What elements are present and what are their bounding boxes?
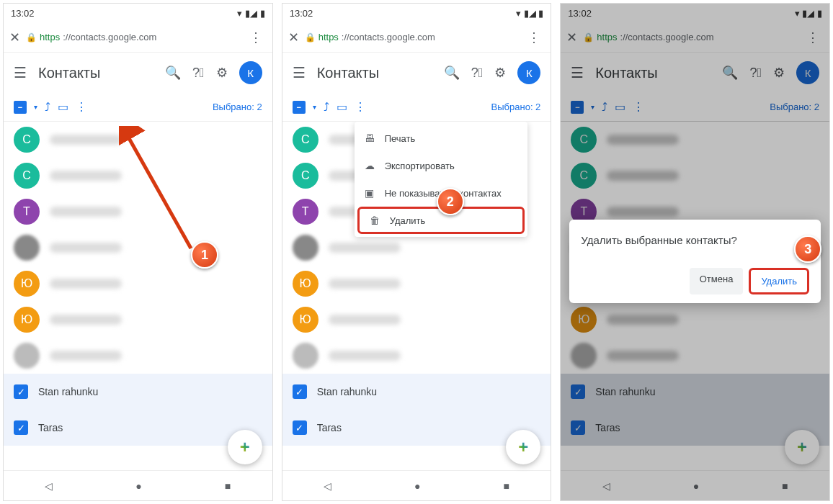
select-all-checkbox[interactable]: − xyxy=(293,101,306,114)
lock-icon: 🔒 xyxy=(305,32,316,42)
contact-avatar: T xyxy=(293,199,318,225)
contact-avatar xyxy=(14,343,40,369)
contacts-list[interactable]: C C T Ю Ю ✓Stan rahunku ✓Taras xyxy=(4,122,272,470)
callout-1: 1 xyxy=(191,241,218,269)
select-all-checkbox[interactable]: − xyxy=(14,101,27,114)
contact-row[interactable] xyxy=(4,338,272,374)
selected-count: Выбрано: 2 xyxy=(373,102,541,112)
help-icon[interactable]: ?⃝ xyxy=(471,66,484,81)
dropdown-icon[interactable]: ▾ xyxy=(34,103,37,111)
contact-row-selected[interactable]: ✓Stan rahunku xyxy=(4,374,272,410)
selected-count: Выбрано: 2 xyxy=(94,102,262,112)
checkbox-checked-icon[interactable]: ✓ xyxy=(293,420,307,435)
status-bar: 13:02 ▾ ▮◢ ▮ xyxy=(282,4,551,22)
settings-icon[interactable]: ⚙ xyxy=(494,65,506,81)
contact-row[interactable]: Ю xyxy=(4,266,272,302)
dropdown-icon[interactable]: ▾ xyxy=(313,103,316,111)
profile-avatar[interactable]: К xyxy=(239,61,262,84)
label-icon[interactable]: ▭ xyxy=(337,100,347,114)
contact-avatar: Ю xyxy=(14,307,40,333)
hide-icon: ▣ xyxy=(365,187,376,199)
add-contact-fab[interactable]: + xyxy=(506,430,540,464)
merge-icon[interactable]: ⤴ xyxy=(324,101,329,114)
search-icon[interactable]: 🔍 xyxy=(444,65,460,81)
nav-back-icon[interactable]: ◁ xyxy=(45,480,53,492)
contact-row[interactable]: Ю xyxy=(4,302,272,338)
profile-avatar[interactable]: К xyxy=(517,61,540,84)
cancel-button[interactable]: Отмена xyxy=(690,268,744,294)
contact-avatar: Ю xyxy=(293,271,318,297)
contacts-list[interactable]: C C T Ю Ю ✓Stan rahunku ✓Taras 🖶Печать ☁… xyxy=(282,122,551,470)
status-time: 13:02 xyxy=(11,8,35,19)
export-icon: ☁ xyxy=(365,160,376,171)
contact-row[interactable]: C xyxy=(4,158,272,194)
help-icon[interactable]: ?⃝ xyxy=(192,66,205,81)
contact-row[interactable] xyxy=(4,230,272,266)
lock-icon: 🔒 xyxy=(26,32,37,42)
url-bar[interactable]: 🔒 https://contacts.google.com xyxy=(26,32,239,42)
checkbox-checked-icon[interactable]: ✓ xyxy=(14,420,28,435)
contact-avatar: C xyxy=(293,163,318,189)
contact-row[interactable]: T xyxy=(4,194,272,230)
menu-icon[interactable]: ☰ xyxy=(293,64,306,81)
contact-row[interactable]: C xyxy=(4,122,272,158)
delete-dialog: Удалить выбранные контакты? Отмена Удали… xyxy=(569,220,821,303)
search-icon[interactable]: 🔍 xyxy=(165,65,181,81)
phone-screen-3: 13:02 ▾ ▮◢ ▮ ✕ 🔒 https://contacts.google… xyxy=(560,3,830,501)
contact-row[interactable]: Ю xyxy=(282,302,551,338)
merge-icon[interactable]: ⤴ xyxy=(45,101,50,114)
contact-avatar: C xyxy=(14,127,40,153)
print-icon: 🖶 xyxy=(365,132,376,144)
nav-bar: ◁ ● ■ xyxy=(282,470,551,500)
plus-icon: + xyxy=(518,437,528,457)
dialog-title: Удалить выбранные контакты? xyxy=(581,234,809,246)
app-title: Контакты xyxy=(317,65,432,81)
checkbox-checked-icon[interactable]: ✓ xyxy=(14,384,28,399)
status-time: 13:02 xyxy=(290,8,313,19)
status-icons: ▾ ▮◢ ▮ xyxy=(237,8,264,19)
selection-toolbar: − ▾ ⤴ ▭ ⋮ Выбрано: 2 xyxy=(282,93,551,122)
confirm-delete-button[interactable]: Удалить xyxy=(749,268,809,294)
nav-home-icon[interactable]: ● xyxy=(135,480,141,492)
add-contact-fab[interactable]: + xyxy=(228,430,262,464)
browser-menu-icon[interactable]: ⋮ xyxy=(523,30,545,45)
contact-avatar: Ю xyxy=(14,271,40,297)
selection-toolbar: − ▾ ⤴ ▭ ⋮ Выбрано: 2 xyxy=(4,93,272,122)
label-icon[interactable]: ▭ xyxy=(58,100,68,114)
settings-icon[interactable]: ⚙ xyxy=(216,65,228,81)
close-icon[interactable]: ✕ xyxy=(9,30,20,45)
status-icons: ▾ ▮◢ ▮ xyxy=(516,8,543,19)
close-icon[interactable]: ✕ xyxy=(288,30,299,45)
menu-item-export[interactable]: ☁Экспортировать xyxy=(355,152,527,179)
more-options-icon[interactable]: ⋮ xyxy=(355,100,366,114)
browser-bar: ✕ 🔒 https://contacts.google.com ⋮ xyxy=(282,22,551,53)
browser-menu-icon[interactable]: ⋮ xyxy=(245,30,267,45)
contact-avatar: Ю xyxy=(293,307,318,333)
phone-screen-2: 13:02 ▾ ▮◢ ▮ ✕ 🔒 https://contacts.google… xyxy=(282,3,552,501)
menu-item-print[interactable]: 🖶Печать xyxy=(355,125,527,152)
contact-avatar: T xyxy=(14,199,40,225)
app-header: ☰ Контакты 🔍 ?⃝ ⚙ К xyxy=(4,53,272,93)
status-bar: 13:02 ▾ ▮◢ ▮ xyxy=(4,4,272,22)
nav-recent-icon[interactable]: ■ xyxy=(503,480,509,492)
browser-bar: ✕ 🔒 https://contacts.google.com ⋮ xyxy=(4,22,272,53)
menu-icon[interactable]: ☰ xyxy=(14,64,27,81)
contact-avatar xyxy=(293,235,318,261)
app-title: Контакты xyxy=(38,65,153,81)
contact-avatar xyxy=(293,343,318,369)
plus-icon: + xyxy=(240,437,250,457)
phone-screen-1: 13:02 ▾ ▮◢ ▮ ✕ 🔒 https://contacts.google… xyxy=(3,3,273,501)
nav-back-icon[interactable]: ◁ xyxy=(324,480,331,492)
more-options-icon[interactable]: ⋮ xyxy=(76,100,87,114)
nav-home-icon[interactable]: ● xyxy=(414,480,420,492)
nav-recent-icon[interactable]: ■ xyxy=(225,480,231,492)
contact-row[interactable]: Ю xyxy=(282,266,551,302)
callout-2: 2 xyxy=(437,188,464,215)
contact-row[interactable] xyxy=(282,338,551,374)
contact-avatar: C xyxy=(293,127,318,153)
contact-row-selected[interactable]: ✓Stan rahunku xyxy=(282,374,551,410)
checkbox-checked-icon[interactable]: ✓ xyxy=(293,384,307,399)
context-menu: 🖶Печать ☁Экспортировать ▣Не показывать в… xyxy=(355,122,527,237)
nav-bar: ◁ ● ■ xyxy=(4,470,272,500)
url-bar[interactable]: 🔒 https://contacts.google.com xyxy=(305,32,518,42)
